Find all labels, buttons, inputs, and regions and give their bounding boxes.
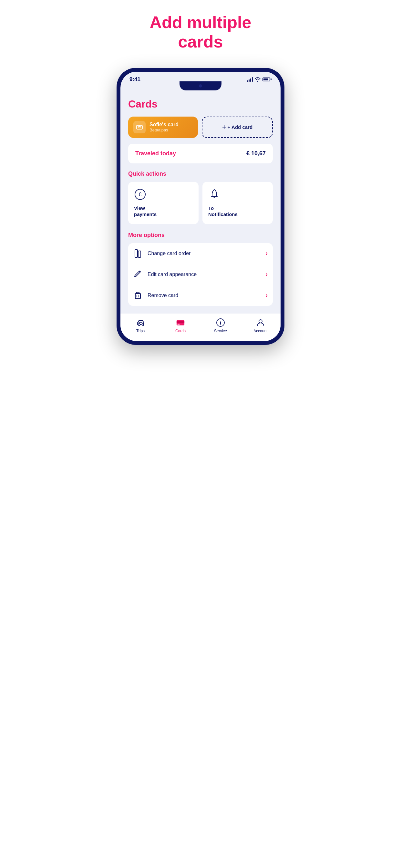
account-icon — [256, 318, 265, 327]
card-type: Betaalpas — [150, 128, 179, 132]
svg-rect-6 — [135, 294, 141, 299]
trips-icon — [136, 318, 145, 327]
more-options-title: More options — [128, 232, 273, 239]
active-card[interactable]: Sofie's card Betaalpas — [128, 117, 198, 138]
svg-point-14 — [259, 320, 262, 323]
bottom-nav: Trips Cards i — [120, 314, 281, 341]
chevron-right-icon: › — [266, 250, 268, 257]
page-title: Cards — [128, 98, 273, 110]
trash-icon — [133, 291, 143, 300]
bell-icon — [208, 188, 220, 200]
card-name: Sofie's card — [150, 122, 179, 128]
status-icons — [247, 77, 272, 82]
add-card-button[interactable]: + + Add card — [202, 117, 273, 138]
svg-point-1 — [139, 126, 141, 128]
svg-rect-11 — [178, 323, 180, 324]
svg-rect-4 — [135, 250, 137, 257]
svg-rect-10 — [177, 321, 184, 322]
service-icon: i — [216, 318, 225, 327]
nav-item-service[interactable]: i Service — [209, 318, 232, 333]
page-headline: Add multiple cards — [150, 13, 251, 52]
add-card-label: + Add card — [227, 124, 252, 130]
card-contactless-icon — [136, 124, 143, 131]
battery-icon — [263, 78, 272, 82]
svg-text:€: € — [139, 192, 142, 197]
signal-icon — [247, 77, 253, 82]
option-list: Change card order › Edit card appearance — [128, 243, 273, 306]
nav-cards-label: Cards — [175, 329, 186, 333]
pencil-icon — [133, 270, 143, 279]
quick-actions-row: € Viewpayments ToNotifications — [128, 182, 273, 224]
nav-account-label: Account — [253, 329, 267, 333]
svg-rect-5 — [138, 251, 141, 257]
more-options-section: More options Change card order › — [128, 232, 273, 306]
view-payments-label: Viewpayments — [134, 205, 193, 218]
nav-service-label: Service — [214, 329, 227, 333]
reorder-icon — [133, 249, 143, 258]
status-time: 9:41 — [129, 76, 141, 83]
chevron-right-icon-2: › — [266, 271, 268, 278]
edit-card-appearance-item[interactable]: Edit card appearance › — [128, 264, 273, 285]
remove-card-item[interactable]: Remove card › — [128, 285, 273, 306]
card-info: Sofie's card Betaalpas — [150, 122, 179, 132]
wifi-icon — [255, 77, 260, 82]
view-payments-card[interactable]: € Viewpayments — [128, 182, 198, 224]
add-icon: + — [222, 123, 226, 131]
card-chip-icon — [133, 121, 146, 133]
nav-item-account[interactable]: Account — [249, 318, 272, 333]
nav-item-trips[interactable]: Trips — [129, 318, 152, 333]
nav-item-cards[interactable]: Cards — [169, 318, 192, 333]
edit-card-appearance-label: Edit card appearance — [148, 272, 260, 277]
app-content: Cards Sofie's card Betaalpas — [120, 90, 281, 306]
nav-trips-label: Trips — [136, 329, 145, 333]
travel-today-label: Traveled today — [135, 150, 176, 157]
svg-text:i: i — [220, 320, 221, 326]
cards-icon — [176, 318, 185, 327]
remove-card-label: Remove card — [148, 292, 260, 299]
travel-today-card: Traveled today € 10,67 — [128, 144, 273, 163]
notifications-label: ToNotifications — [208, 205, 267, 218]
notifications-card[interactable]: ToNotifications — [203, 182, 273, 224]
quick-actions-title: Quick actions — [128, 170, 273, 177]
change-card-order-item[interactable]: Change card order › — [128, 243, 273, 264]
status-bar: 9:41 — [120, 72, 281, 83]
travel-today-amount: € 10,67 — [246, 150, 266, 157]
change-card-order-label: Change card order — [148, 251, 260, 256]
euro-circle-icon: € — [134, 188, 146, 200]
phone-screen: 9:41 — [120, 72, 281, 341]
card-row: Sofie's card Betaalpas + + Add card — [128, 117, 273, 138]
phone-frame: 9:41 — [117, 68, 284, 345]
chevron-right-icon-3: › — [266, 292, 268, 299]
notch — [120, 82, 281, 90]
